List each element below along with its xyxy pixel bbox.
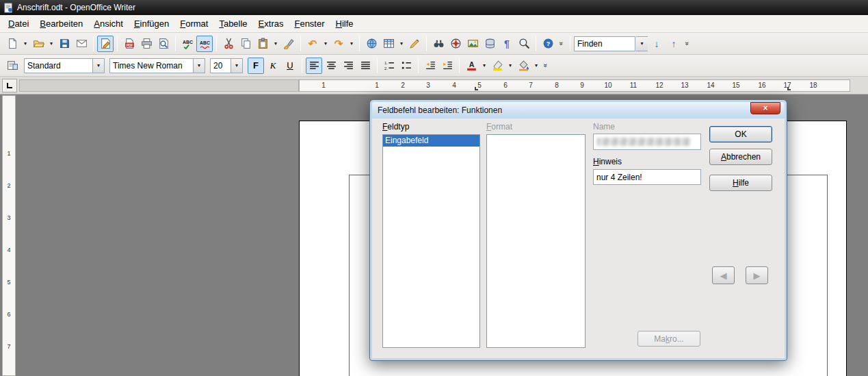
draw-functions-icon	[409, 38, 421, 49]
paste-button[interactable]	[254, 36, 271, 52]
navigator-button[interactable]	[447, 36, 464, 52]
previous-field-button[interactable]: ◀	[712, 266, 735, 284]
dialog-title-bar[interactable]: Feldbefehl bearbeiten: Funktionen	[372, 102, 785, 118]
new-document-button[interactable]	[4, 36, 21, 52]
font-name-input[interactable]	[110, 61, 193, 71]
numbered-list-button[interactable]: 1.2.	[381, 58, 397, 74]
menu-einfuegen[interactable]: Einfügen	[129, 16, 174, 32]
chevron-down-icon[interactable]: ▾	[231, 59, 242, 73]
insert-table-button[interactable]	[380, 36, 397, 52]
align-right-button[interactable]	[340, 58, 356, 74]
format-listbox[interactable]	[486, 134, 586, 348]
background-color-dropdown[interactable]: ▾	[532, 58, 540, 74]
increase-indent-button[interactable]	[439, 58, 456, 74]
tab-stop-type-button[interactable]	[2, 79, 17, 92]
paste-dropdown[interactable]: ▾	[272, 36, 280, 52]
menu-fenster[interactable]: Fenster	[289, 16, 330, 32]
formatting-toolbar-options-button[interactable]: »	[541, 58, 551, 74]
dialog-close-button[interactable]: ×	[750, 102, 780, 114]
menu-bearbeiten[interactable]: Bearbeiten	[34, 16, 88, 32]
menu-tabelle[interactable]: Tabelle	[213, 16, 252, 32]
styles-window-button[interactable]	[4, 58, 21, 74]
find-dropdown[interactable]: ▾	[636, 36, 648, 51]
format-paintbrush-button[interactable]	[280, 36, 297, 52]
save-button[interactable]	[56, 36, 73, 52]
page-preview-icon	[158, 38, 170, 49]
tab-stop-marker[interactable]	[787, 87, 791, 90]
find-replace-button[interactable]	[430, 36, 447, 52]
svg-text:1.: 1.	[384, 61, 388, 65]
undo-dropdown[interactable]: ▾	[321, 36, 330, 52]
find-previous-button[interactable]: ↑	[666, 36, 682, 52]
decrease-indent-button[interactable]	[422, 58, 438, 74]
menu-format[interactable]: Format	[174, 16, 213, 32]
new-document-dropdown[interactable]: ▾	[21, 36, 29, 52]
highlighting-button[interactable]	[489, 58, 505, 74]
find-next-button[interactable]: ↓	[648, 36, 665, 52]
align-center-button[interactable]	[323, 58, 339, 74]
next-field-button[interactable]: ▶	[746, 266, 768, 284]
justify-button[interactable]	[357, 58, 373, 74]
background-color-button[interactable]	[515, 58, 531, 74]
cut-button[interactable]	[220, 36, 237, 52]
background-color-icon	[518, 60, 529, 71]
help-button[interactable]: ?	[540, 36, 556, 52]
hyperlink-button[interactable]	[363, 36, 380, 52]
ruler-number: 14	[705, 80, 715, 91]
email-button[interactable]	[73, 36, 90, 52]
auto-spellcheck-button[interactable]: ABC	[196, 36, 213, 52]
menu-datei[interactable]: Datei	[3, 16, 34, 32]
redo-dropdown[interactable]: ▾	[347, 36, 356, 52]
menu-hilfe[interactable]: Hilfe	[330, 16, 359, 32]
draw-functions-button[interactable]	[406, 36, 423, 52]
page-preview-button[interactable]	[155, 36, 172, 52]
highlighting-dropdown[interactable]: ▾	[506, 58, 514, 74]
redo-button[interactable]: ↷	[330, 36, 347, 52]
open-dropdown[interactable]: ▾	[47, 36, 55, 52]
bold-button[interactable]: F	[248, 58, 264, 74]
bullet-list-button[interactable]	[398, 58, 415, 74]
auto-spellcheck-icon: ABC	[199, 38, 211, 49]
copy-button[interactable]	[237, 36, 254, 52]
macro-button[interactable]: Makro...	[637, 331, 700, 347]
list-item-eingabefeld[interactable]: Eingabefeld	[383, 135, 479, 147]
export-pdf-button[interactable]: PDF	[121, 36, 137, 52]
font-size-input[interactable]	[211, 61, 231, 71]
vertical-ruler[interactable]: 1 2 3 4 5 6 7	[2, 95, 16, 376]
menu-ansicht[interactable]: Ansicht	[88, 16, 129, 32]
formatting-marks-button[interactable]: ¶	[499, 36, 515, 52]
field-type-listbox[interactable]: Eingabefeld	[382, 134, 480, 348]
tab-stop-marker[interactable]	[475, 87, 478, 90]
open-button[interactable]	[30, 36, 47, 52]
toolbar-options-button[interactable]: »	[557, 36, 566, 52]
help-button-dialog[interactable]: Hilfe	[709, 175, 772, 191]
find-input[interactable]	[575, 39, 635, 49]
edit-file-button[interactable]	[97, 36, 114, 52]
horizontal-ruler[interactable]: 1 1 2 3 4 5 6 7 8 9 10 11 12 13 14 15 16…	[299, 79, 850, 92]
spellcheck-button[interactable]: ABC	[179, 36, 196, 52]
chevron-down-icon[interactable]: ▾	[92, 59, 104, 73]
paragraph-style-combo: ▾	[24, 58, 105, 73]
ok-button[interactable]: OK	[709, 126, 772, 142]
font-color-button[interactable]: A	[463, 58, 479, 74]
chevron-down-icon[interactable]: ▾	[193, 59, 205, 73]
gallery-icon	[467, 38, 479, 49]
underline-button[interactable]: U	[282, 58, 298, 74]
gallery-button[interactable]	[464, 36, 481, 52]
find-toolbar-options-button[interactable]: »	[683, 36, 692, 52]
print-button[interactable]	[138, 36, 155, 52]
zoom-button[interactable]	[516, 36, 532, 52]
italic-button[interactable]: K	[265, 58, 281, 74]
font-color-dropdown[interactable]: ▾	[480, 58, 488, 74]
name-field[interactable]	[593, 134, 701, 150]
menu-extras[interactable]: Extras	[253, 16, 289, 32]
ruler-number: 6	[502, 80, 509, 91]
hinweis-input[interactable]	[594, 170, 700, 184]
data-sources-button[interactable]	[482, 36, 498, 52]
insert-table-dropdown[interactable]: ▾	[397, 36, 406, 52]
menu-bar: Datei Bearbeiten Ansicht Einfügen Format…	[0, 15, 868, 33]
undo-button[interactable]: ↶	[304, 36, 321, 52]
cancel-button[interactable]: Abbrechen	[709, 149, 772, 165]
align-left-button[interactable]	[306, 58, 322, 74]
paragraph-style-input[interactable]	[25, 61, 92, 71]
